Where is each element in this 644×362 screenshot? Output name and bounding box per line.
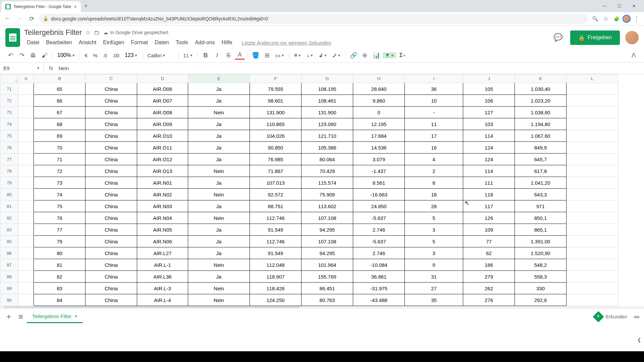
cell[interactable]: 643,3	[515, 189, 567, 200]
cell[interactable]: 123.060	[302, 118, 353, 130]
row-header[interactable]: 88	[0, 271, 18, 283]
cell[interactable]: 1.023,20	[515, 95, 567, 107]
cell[interactable]: Nein	[188, 107, 250, 118]
cell[interactable]: China	[86, 236, 137, 247]
cell[interactable]: 24.850	[353, 200, 405, 212]
cell[interactable]: 1.038,60	[515, 107, 567, 118]
cell[interactable]: 27	[405, 283, 463, 294]
cell[interactable]: 104.026	[250, 130, 302, 142]
cell[interactable]: Ja	[188, 200, 250, 212]
bookmark-icon[interactable]: ☆	[601, 14, 610, 23]
cell[interactable]: AIR.O09	[137, 118, 188, 130]
cell[interactable]: 70	[34, 142, 86, 154]
cell[interactable]: 1.030,40	[515, 83, 567, 95]
cell[interactable]: China	[86, 189, 137, 200]
col-header-l[interactable]: L	[567, 74, 618, 83]
borders-button[interactable]: ⊞	[262, 50, 272, 60]
cell[interactable]: 84	[34, 294, 86, 306]
row-header[interactable]: 83	[0, 224, 18, 236]
cell[interactable]: 98.601	[250, 95, 302, 107]
cell[interactable]: 121.710	[302, 130, 353, 142]
cell[interactable]: AIR.O12	[137, 154, 188, 165]
cell[interactable]: AIR.L27	[137, 247, 188, 259]
cell[interactable]: 113.602	[302, 200, 353, 212]
cell[interactable]: Nein	[188, 283, 250, 294]
cell[interactable]: -43.488	[353, 294, 405, 306]
cell[interactable]: 91.549	[250, 247, 302, 259]
percent-button[interactable]: %	[91, 53, 99, 58]
profile-avatar-icon[interactable]	[623, 15, 631, 23]
cell[interactable]: 91.549	[250, 224, 302, 236]
text-wrap-dropdown[interactable]: ↲▼	[317, 52, 329, 59]
cell[interactable]	[18, 107, 34, 118]
cell[interactable]: 105	[463, 83, 515, 95]
cell[interactable]	[18, 177, 34, 189]
redo-button[interactable]: ↷	[17, 50, 27, 60]
row-header[interactable]: 90	[0, 294, 18, 306]
col-header-g[interactable]: G	[302, 74, 353, 83]
fill-color-button[interactable]: 🪣	[251, 50, 261, 60]
cell[interactable]: -5.637	[353, 212, 405, 224]
cell[interactable]: 94.295	[302, 247, 353, 259]
add-sheet-button[interactable]: +	[3, 311, 15, 323]
cell[interactable]	[18, 294, 34, 306]
cell[interactable]	[567, 165, 618, 177]
cell[interactable]: Ja	[188, 95, 250, 107]
cell[interactable]: AIR.L-1	[137, 259, 188, 271]
cell[interactable]	[18, 95, 34, 107]
browser-menu-icon[interactable]: ⋮	[632, 14, 641, 23]
cell[interactable]: 106	[463, 95, 515, 107]
cell[interactable]	[567, 189, 618, 200]
cell[interactable]: 77	[34, 224, 86, 236]
cell[interactable]: 118	[463, 189, 515, 200]
decrease-decimal-button[interactable]: .0	[101, 53, 109, 58]
cell[interactable]: Ja	[188, 118, 250, 130]
cell[interactable]: AIR.N06	[137, 236, 188, 247]
cell[interactable]: 118.907	[250, 271, 302, 283]
row-header[interactable]: 78	[0, 165, 18, 177]
insert-link-button[interactable]: 🔗	[348, 50, 359, 60]
cell[interactable]	[567, 83, 618, 95]
cell[interactable]: 124	[463, 154, 515, 165]
cell[interactable]	[567, 224, 618, 236]
cell[interactable]: China	[86, 95, 137, 107]
cell[interactable]	[567, 259, 618, 271]
cell[interactable]: 111	[463, 177, 515, 189]
cell[interactable]: 971	[515, 200, 567, 212]
cell[interactable]: Ja	[188, 154, 250, 165]
menu-format[interactable]: Format	[128, 38, 151, 47]
minimize-window-icon[interactable]: —	[598, 2, 610, 10]
new-tab-button[interactable]: +	[81, 3, 91, 10]
horizontal-align-dropdown[interactable]: ≡▼	[292, 52, 303, 58]
menu-view[interactable]: Ansicht	[76, 38, 99, 47]
cell[interactable]: 82	[34, 271, 86, 283]
cell[interactable]: China	[86, 118, 137, 130]
cell[interactable]	[18, 189, 34, 200]
col-header-d[interactable]: D	[137, 74, 188, 83]
cell[interactable]: 865,1	[515, 224, 567, 236]
cell[interactable]: 80	[34, 247, 86, 259]
cell[interactable]: Ja	[188, 224, 250, 236]
browser-tab[interactable]: Teilergebnis Filter - Google Tabe ×	[1, 1, 81, 12]
cell[interactable]: 66	[34, 95, 86, 107]
row-header[interactable]: 72	[0, 95, 18, 107]
cell[interactable]	[18, 247, 34, 259]
cell[interactable]: AIR.N02	[137, 189, 188, 200]
cell[interactable]: AIR.N05	[137, 224, 188, 236]
cell[interactable]: Nein	[188, 259, 250, 271]
cell[interactable]: 3	[405, 224, 463, 236]
extension-icon[interactable]: 🧩	[612, 14, 621, 23]
cell[interactable]: 118.426	[250, 283, 302, 294]
cell[interactable]: China	[86, 212, 137, 224]
col-header-c[interactable]: C	[86, 74, 137, 83]
cell[interactable]: 109	[463, 224, 515, 236]
increase-decimal-button[interactable]: .00	[110, 53, 121, 58]
cell[interactable]: AIR.O13	[137, 165, 188, 177]
cell[interactable]	[567, 177, 618, 189]
select-all-corner[interactable]	[0, 74, 18, 83]
cell[interactable]: 86.451	[302, 283, 353, 294]
cell[interactable]	[18, 271, 34, 283]
cell[interactable]: 276	[463, 294, 515, 306]
cell[interactable]: 124	[463, 142, 515, 154]
cell[interactable]: 107.013	[250, 177, 302, 189]
